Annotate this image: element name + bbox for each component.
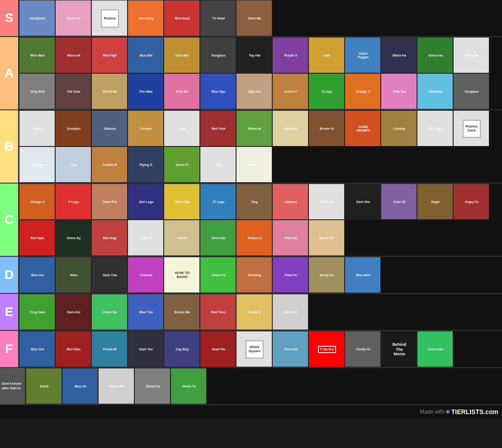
tier-item[interactable]: Sunglass (453, 73, 489, 109)
tier-item[interactable]: Green Bo (91, 294, 128, 330)
tier-item[interactable]: Wun Wun (19, 37, 55, 73)
tier-item[interactable]: Frog Gam (19, 294, 55, 330)
tier-item[interactable]: GAMEGRUMPS (345, 110, 381, 146)
tier-item[interactable]: BehindTheMeme (381, 331, 417, 367)
tier-item[interactable]: Twig (200, 146, 236, 183)
tier-item[interactable]: Glasses (91, 110, 128, 146)
tier-item[interactable]: Top Hat (236, 37, 272, 73)
tier-item[interactable]: Colorful (128, 257, 164, 293)
tier-item[interactable]: Orange C (345, 73, 381, 109)
tier-item[interactable]: Red Spin (19, 220, 55, 256)
tier-item[interactable]: J&H Logo (128, 184, 164, 220)
tier-item[interactable]: Green Fr (164, 146, 200, 183)
tier-item[interactable]: Cookie M (91, 146, 128, 183)
tier-item[interactable]: Pink Bir (164, 73, 200, 109)
tier-item[interactable]: Stick Ma (236, 0, 272, 36)
tier-item[interactable]: Brown Yo (308, 110, 345, 146)
tier-item[interactable]: Red Glas (55, 331, 91, 367)
tier-item[interactable]: Roblox Dark (453, 110, 489, 146)
tier-item[interactable]: Brown Wa (164, 294, 200, 330)
tier-item[interactable]: Red Hood (164, 0, 200, 36)
tier-item[interactable]: Pac-Man (128, 73, 164, 109)
tier-item[interactable]: JT Logo (200, 184, 236, 220)
tier-item[interactable]: Panda Gi (345, 331, 381, 367)
tier-item[interactable]: Sunglass (200, 37, 236, 73)
tier-item[interactable]: Meme Fac (308, 220, 345, 256)
tier-item[interactable]: HOW TOBASIC (164, 257, 200, 293)
tier-item[interactable]: White Be (308, 184, 345, 220)
tier-item[interactable]: Pink Fac (272, 220, 308, 256)
tier-item[interactable]: Grade A (128, 220, 164, 256)
tier-item[interactable]: Purple S (272, 37, 308, 73)
tier-item[interactable]: Action F (272, 73, 308, 109)
tier-item[interactable]: Glasses (272, 184, 308, 220)
tier-item[interactable]: Dark Too (128, 331, 164, 367)
tier-item[interactable]: Black Ha (381, 37, 417, 73)
tier-item[interactable]: Pink Tea (381, 73, 417, 109)
tier-item[interactable]: Green Ba (200, 220, 236, 256)
tier-item[interactable]: Headphon (19, 0, 55, 36)
tier-item[interactable]: Ugly Fac (236, 73, 272, 109)
tier-item[interactable]: Roblox S (236, 220, 272, 256)
tier-item[interactable]: Vato (308, 37, 345, 73)
tier-item[interactable]: Cat Char (55, 73, 91, 109)
tier-item[interactable]: Green Ha (417, 37, 453, 73)
tier-item[interactable]: Orange S (19, 184, 55, 220)
tier-item[interactable]: Baymax (19, 146, 55, 183)
tier-item[interactable]: Anime Sc (55, 0, 91, 36)
tier-item[interactable]: Alien (55, 257, 91, 293)
tier-item[interactable]: Ghost Da (134, 368, 170, 404)
tier-item[interactable]: Simple F (236, 146, 272, 183)
tier-item[interactable]: Minecraf (236, 110, 272, 146)
tier-item[interactable]: Cowboy (381, 110, 417, 146)
tier-item[interactable]: Annoying (128, 0, 164, 36)
tier-item[interactable]: Diamond (417, 73, 453, 109)
tier-item[interactable]: Dark Sha (345, 184, 381, 220)
tier-item[interactable]: Roblox (91, 0, 128, 36)
tier-item[interactable]: SharkPuppet (345, 37, 381, 73)
tier-item[interactable]: Gold War (164, 37, 200, 73)
tier-item[interactable]: Green Fa (200, 257, 236, 293)
tier-item[interactable]: Blue Ali (62, 368, 98, 404)
tier-item[interactable]: Blue Dra (19, 331, 55, 367)
tier-item[interactable]: T-Series (308, 331, 345, 367)
tier-item[interactable]: Red Angr (91, 220, 128, 256)
tier-item[interactable]: Green To (170, 368, 207, 404)
tier-item[interactable]: Scorpion (55, 110, 91, 146)
tier-item[interactable]: Ghost (19, 110, 55, 146)
tier-item[interactable]: Flying G (128, 146, 164, 183)
tier-item[interactable]: Blue Bal (128, 37, 164, 73)
tier-item[interactable]: Goose (164, 220, 200, 256)
tier-item[interactable]: Angry Fa (453, 184, 489, 220)
tier-item[interactable]: Toon Kid (272, 331, 308, 367)
tier-item[interactable]: Red Toon (200, 294, 236, 330)
tier-item[interactable]: Cartoon (128, 110, 164, 146)
tier-item[interactable]: Cap Boy (164, 331, 200, 367)
tier-item[interactable]: Blue Too (128, 294, 164, 330)
tier-item[interactable]: Simple C (236, 294, 272, 330)
tier-item[interactable]: Dark Cha (91, 257, 128, 293)
tier-item[interactable]: Minecraf (55, 37, 91, 73)
tier-item[interactable]: Color Bl (381, 184, 417, 220)
tier-item[interactable]: S Logo (308, 73, 345, 109)
tier-item[interactable]: Pixel Pu (272, 257, 308, 293)
tier-item[interactable]: Duck Cha (164, 184, 200, 220)
tier-item[interactable]: Blank Ci (272, 294, 308, 330)
tier-item[interactable]: Red Yout (200, 110, 236, 146)
tier-item[interactable]: CoComelo (417, 331, 453, 367)
tier-item[interactable]: Nerdy Gu (308, 257, 345, 293)
tier-item[interactable]: Eagle (417, 184, 453, 220)
tier-item[interactable]: P Logo (55, 184, 91, 220)
tier-item[interactable]: White Bl (453, 37, 489, 73)
tier-item[interactable]: White Square (236, 331, 272, 367)
tier-item[interactable]: Red Figh (91, 37, 128, 73)
tier-item[interactable]: Chef (164, 110, 200, 146)
tier-item[interactable]: Blond Ma (91, 73, 128, 109)
tier-item[interactable]: Hand Poi (91, 184, 128, 220)
tier-item[interactable]: Gray Rob (19, 73, 55, 109)
tier-item[interactable]: Ghost Wh (98, 368, 134, 404)
tier-item[interactable]: MS Logo (417, 110, 453, 146)
tier-item[interactable]: TV Head (200, 0, 236, 36)
tier-item[interactable]: Dog (236, 184, 272, 220)
tier-item[interactable]: Dark Ani (55, 294, 91, 330)
